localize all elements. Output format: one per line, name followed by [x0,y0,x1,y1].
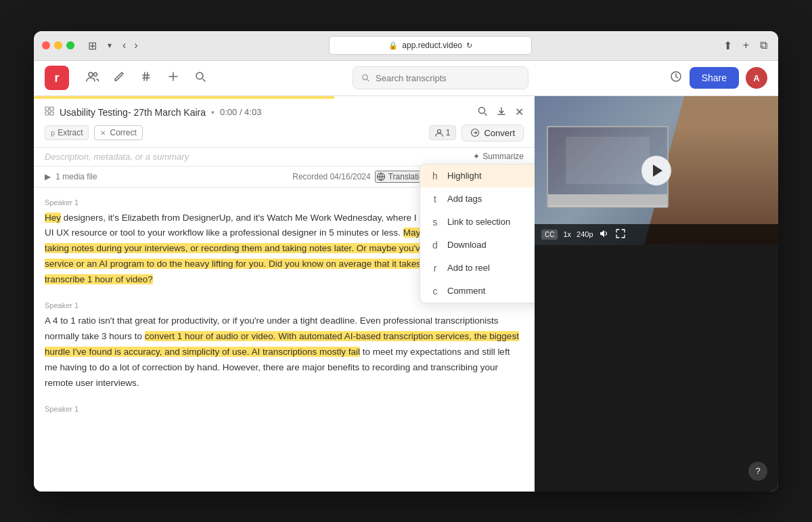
minimize-button[interactable] [54,41,62,49]
titlebar-actions: ⬆ + ⧉ [721,37,770,55]
search-input[interactable] [376,73,520,83]
url-display[interactable]: 🔒 app.reduct.video ↻ [329,36,532,55]
media-files-label: 1 media file [55,172,97,181]
back-button[interactable]: ‹ [120,37,129,54]
link-icon: s [430,217,441,227]
reel-icon: r [430,263,441,274]
svg-point-3 [363,74,367,79]
lock-icon: 🔒 [388,41,398,50]
appbar-right: Share A [669,67,767,89]
speed-button[interactable]: 1x [563,230,571,238]
close-button[interactable] [42,41,50,49]
extract-tag[interactable]: p Extract [45,125,89,140]
comment-icon: c [430,286,441,297]
speaker-1-label-3: Speaker 1 [45,405,524,413]
add-tags-menu-item[interactable]: t Add tags [420,188,535,211]
volume-button[interactable] [599,228,610,241]
svg-rect-7 [45,112,49,115]
traffic-lights [42,41,74,49]
transcript-title-row: Usability Testing- 27th March Kaira • 0:… [45,106,524,119]
transcript-para-2: A 4 to 1 ratio isn't that great for prod… [45,313,524,391]
convert-button[interactable]: Convert [461,125,524,142]
svg-rect-6 [50,107,53,110]
correct-tag-x: ✕ [100,129,106,137]
search-icon[interactable] [188,66,212,91]
context-menu: h Highlight t Add tags s Link to selecti… [420,164,535,303]
help-button[interactable]: ? [748,462,767,481]
count-badge[interactable]: 1 [429,125,457,140]
app-logo: r [45,66,69,90]
comment-menu-item[interactable]: c Comment [420,280,535,303]
main-content: Usability Testing- 27th March Kaira • 0:… [34,96,778,492]
search-transcript-button[interactable] [477,106,488,119]
nav-buttons: ‹ › [120,37,141,54]
video-area: CC 1x 240p [535,96,778,245]
avatar: A [746,67,767,89]
chevron-icon: ▶ [45,172,51,181]
share-button[interactable]: Share [690,67,739,89]
svg-point-2 [196,72,203,79]
maximize-button[interactable] [66,41,74,49]
cc-button[interactable]: CC [541,230,558,240]
convert-label: Convert [484,128,515,138]
share-icon[interactable]: ⬆ [721,37,735,55]
appbar-icons [80,66,212,91]
add-icon[interactable] [161,66,185,91]
search-wrapper [353,66,528,89]
sparkle-icon: ✦ [473,152,480,161]
link-label: Link to selection [447,217,510,227]
speaker-icon [435,129,443,137]
download-menu-item[interactable]: d Download [420,234,535,257]
svg-rect-8 [50,112,53,115]
appbar: r [34,61,778,96]
svg-point-1 [94,72,97,76]
play-button[interactable] [641,156,671,186]
search-input-icon [361,73,370,83]
close-button[interactable]: ✕ [515,106,524,118]
transcript-title-text: Usability Testing- 27th March Kaira [60,107,206,118]
count-number: 1 [446,128,451,137]
people-icon[interactable] [80,66,104,91]
comment-label: Comment [447,286,485,296]
tabs-icon[interactable]: ⧉ [757,37,770,54]
highlight-label: Highlight [447,171,482,181]
video-controls: CC 1x 240p [535,224,778,245]
media-files-text[interactable]: ▶ 1 media file [45,172,97,181]
correct-tag[interactable]: ✕ Correct [94,125,142,140]
svg-rect-5 [45,107,49,110]
recorded-text: Recorded 04/16/2024 [292,172,370,181]
transcript-title-left: Usability Testing- 27th March Kaira • 0:… [45,106,261,118]
download-button[interactable] [496,106,507,119]
description-placeholder[interactable]: Description, metadata, or a summary [45,152,189,162]
extract-label: Extract [58,128,83,137]
download-label: Download [447,240,487,250]
toolbar-right: 1 Convert [429,125,524,142]
transcript-dot: • [211,107,215,118]
highlight-menu-item[interactable]: h Highlight [420,165,535,188]
transcript-time: 0:00 / 4:03 [220,107,261,117]
correct-label: Correct [110,128,136,137]
right-panel: CC 1x 240p [535,96,778,492]
url-bar: 🔒 app.reduct.video ↻ [146,36,715,55]
fullscreen-button[interactable] [615,228,626,241]
sidebar-toggle-button[interactable]: ⊞ [85,37,99,55]
left-panel: Usability Testing- 27th March Kaira • 0:… [34,96,535,492]
history-button[interactable] [669,70,683,87]
new-tab-icon[interactable]: + [740,37,752,54]
add-reel-menu-item[interactable]: r Add to reel [420,257,535,280]
svg-point-9 [479,107,485,113]
extract-tag-letter: p [51,129,55,137]
tag-icon: t [430,194,441,204]
highlighted-hey: Hey [45,213,61,223]
play-icon [653,165,662,177]
url-text: app.reduct.video [402,41,462,50]
edit-icon[interactable] [107,66,131,91]
globe-icon [376,172,386,181]
forward-button[interactable]: › [131,37,140,54]
summarize-button[interactable]: ✦ Summarize [473,152,524,161]
link-selection-menu-item[interactable]: s Link to selection [420,211,535,234]
chevron-down-icon[interactable]: ▾ [105,38,114,53]
hashtag-icon[interactable] [134,66,158,91]
quality-button[interactable]: 240p [577,230,593,238]
transcript-grid-icon [45,106,54,118]
